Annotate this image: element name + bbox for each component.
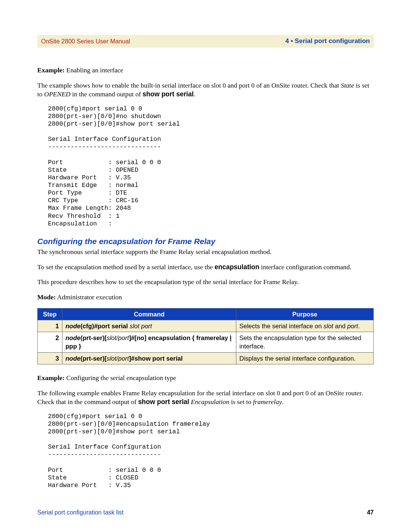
purpose-cell: Selects the serial interface on slot and… bbox=[236, 320, 374, 332]
slot-italic: slot bbox=[323, 323, 333, 329]
paragraph-supports-framerelay: The synchronous serial interface support… bbox=[37, 248, 374, 257]
encapsulation-italic: Encapsulation bbox=[191, 398, 229, 406]
command-cell: node(cfg)#port serial slot port bbox=[62, 320, 236, 332]
paragraph-example-description: The following example enables Frame Rela… bbox=[37, 389, 374, 407]
intro-paragraph-1: The example shows how to enable the buil… bbox=[37, 81, 374, 99]
example-text: Configuring the serial encapsulation typ… bbox=[65, 374, 176, 382]
slot-port-italic: slot port bbox=[130, 323, 152, 329]
state-italic: State bbox=[341, 81, 354, 89]
node-italic: node bbox=[65, 355, 80, 362]
chapter-title: 4 • Serial port configuration bbox=[285, 37, 370, 46]
code-block-2: 2800(cfg)#port serial 0 0 2800(prt-ser)[… bbox=[48, 413, 374, 489]
purpose-cell: Sets the encapsulation type for the sele… bbox=[236, 332, 374, 353]
manual-title: OnSite 2800 Series User Manual bbox=[41, 37, 130, 46]
table-row: 2 node(prt-ser)[slot/port]#[no] encapsul… bbox=[38, 332, 374, 353]
col-command: Command bbox=[62, 308, 236, 320]
example-label: Example: bbox=[37, 66, 65, 74]
opened-italic: OPENED bbox=[44, 90, 70, 98]
cmd-text: ]#show port serial bbox=[129, 355, 183, 362]
example-heading-1: Example: Enabling an interface bbox=[37, 66, 374, 75]
node-italic: node bbox=[65, 323, 80, 329]
footer-section: Serial port configuration task list bbox=[37, 508, 124, 517]
mode-label: Mode: bbox=[37, 293, 56, 301]
page-header: OnSite 2800 Series User Manual 4 • Seria… bbox=[37, 35, 374, 48]
code-block-1: 2800(cfg)#port serial 0 0 2800(prt-ser)[… bbox=[48, 105, 374, 228]
show-port-serial-cmd: show port serial bbox=[138, 398, 189, 406]
text: . bbox=[282, 398, 284, 406]
example-heading-2: Example: Configuring the serial encapsul… bbox=[37, 374, 374, 383]
port-italic: port bbox=[347, 323, 358, 329]
step-number: 1 bbox=[38, 320, 62, 332]
step-number: 2 bbox=[38, 332, 62, 353]
encapsulation-cmd: encapsulation bbox=[215, 263, 260, 271]
node-italic: node bbox=[65, 334, 80, 341]
example-text: Enabling an interface bbox=[65, 66, 123, 74]
text: and bbox=[333, 323, 347, 329]
paragraph-procedure-describes: This procedure describes how to set the … bbox=[37, 278, 374, 287]
command-cell: node(prt-ser)[slot/port]#show port seria… bbox=[62, 352, 236, 364]
text: is set to bbox=[229, 398, 253, 406]
command-table: Step Command Purpose 1 node(cfg)#port se… bbox=[37, 308, 374, 364]
table-header-row: Step Command Purpose bbox=[38, 308, 374, 320]
text: in the command output of bbox=[70, 90, 143, 98]
command-cell: node(prt-ser)[slot/port]#[no] encapsulat… bbox=[62, 332, 236, 353]
page-number: 47 bbox=[367, 508, 374, 517]
text: interface configuration command. bbox=[259, 263, 351, 271]
text: To set the encapsulation method used by … bbox=[37, 263, 215, 271]
cmd-text: (cfg)#port serial bbox=[80, 323, 129, 329]
table-row: 3 node(prt-ser)[slot/port]#show port ser… bbox=[38, 352, 374, 364]
mode-line: Mode: Administrator execution bbox=[37, 293, 374, 302]
purpose-cell: Displays the serial interface configurat… bbox=[236, 352, 374, 364]
text: . bbox=[358, 323, 360, 329]
page-footer: Serial port configuration task list 47 bbox=[37, 508, 374, 517]
example-label: Example: bbox=[37, 374, 65, 382]
table-row: 1 node(cfg)#port serial slot port Select… bbox=[38, 320, 374, 332]
cmd-text: (prt-ser)[ bbox=[80, 355, 107, 362]
mode-text: Administrator execution bbox=[56, 293, 122, 301]
text: . bbox=[194, 90, 195, 98]
step-number: 3 bbox=[38, 352, 62, 364]
text: The example shows how to enable the buil… bbox=[37, 81, 341, 89]
col-step: Step bbox=[38, 308, 62, 320]
section-encapsulation-frame-relay: Configuring the encapsulation for Frame … bbox=[37, 236, 374, 247]
show-port-serial-cmd: show port serial bbox=[143, 90, 194, 98]
cmd-text: (prt-ser)[ bbox=[80, 334, 107, 341]
text: Selects the serial interface on bbox=[239, 323, 323, 329]
framerelay-italic: framerelay bbox=[253, 398, 282, 406]
slot-port-italic: slot/port bbox=[107, 334, 129, 341]
paragraph-set-encapsulation: To set the encapsulation method used by … bbox=[37, 263, 374, 272]
slot-port-italic: slot/port bbox=[107, 355, 129, 362]
col-purpose: Purpose bbox=[236, 308, 374, 320]
